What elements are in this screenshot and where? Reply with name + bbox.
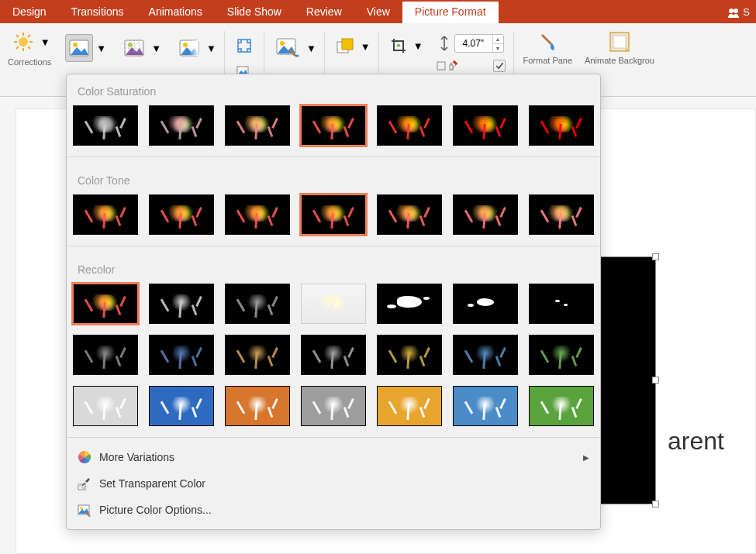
color-thumb[interactable]: [301, 194, 366, 235]
color-thumb[interactable]: [301, 105, 366, 146]
crop-button[interactable]: [387, 34, 410, 57]
chevron-down-icon[interactable]: ▼: [151, 43, 161, 54]
color-thumb[interactable]: [149, 284, 214, 324]
color-thumb[interactable]: [529, 386, 594, 426]
tab-view[interactable]: View: [354, 0, 402, 23]
eyedropper-transparent-icon: [78, 477, 91, 490]
color-thumb[interactable]: [225, 284, 290, 324]
share-icon: [727, 6, 740, 19]
arrange-button[interactable]: [333, 34, 357, 59]
tab-design[interactable]: Design: [0, 0, 59, 23]
separator: [67, 157, 600, 157]
chevron-down-icon[interactable]: ▼: [306, 43, 316, 54]
color-thumb[interactable]: [453, 105, 518, 146]
color-thumb[interactable]: [225, 194, 290, 235]
tab-transitions[interactable]: Transitions: [59, 0, 136, 23]
corrections-label: Corrections: [8, 57, 51, 67]
color-thumb[interactable]: [377, 284, 442, 324]
svg-rect-39: [78, 484, 81, 487]
thumb-row-recolor-1: [67, 335, 600, 380]
color-thumb[interactable]: [301, 386, 366, 426]
animate-bg-icon: [607, 29, 632, 54]
color-thumb[interactable]: [453, 284, 518, 324]
color-thumb[interactable]: [149, 105, 214, 146]
menu-more-variations[interactable]: More Variations ▶: [67, 444, 600, 470]
color-thumb[interactable]: [377, 194, 442, 235]
thumb-row-saturation: [67, 105, 600, 150]
height-value: 4.07": [455, 38, 492, 49]
color-thumb[interactable]: [225, 335, 290, 375]
color-thumb[interactable]: [301, 335, 366, 375]
set-transparent-label: Set Transparent Color: [99, 477, 205, 490]
svg-rect-31: [342, 39, 353, 50]
svg-rect-35: [613, 36, 626, 48]
thumb-row-recolor-0: [67, 284, 600, 329]
color-thumb[interactable]: [73, 386, 138, 426]
animate-background-button[interactable]: Animate Backgrou: [578, 26, 661, 69]
menu-picture-color-options[interactable]: Picture Color Options...: [67, 497, 600, 523]
tab-slide-show[interactable]: Slide Show: [215, 0, 294, 23]
section-color-tone: Color Tone: [67, 163, 600, 194]
compress-pictures-button[interactable]: [233, 34, 256, 57]
compress-icon: [236, 37, 253, 54]
color-thumb[interactable]: [529, 194, 594, 235]
artistic-effects-button[interactable]: [120, 34, 148, 62]
color-thumb[interactable]: [453, 386, 518, 426]
chevron-down-icon[interactable]: ▼: [206, 43, 216, 54]
height-stepper[interactable]: ▲▼: [492, 35, 503, 52]
color-thumb[interactable]: [149, 194, 214, 235]
color-thumb[interactable]: [529, 335, 594, 375]
share-button[interactable]: S: [721, 0, 756, 23]
chevron-down-icon[interactable]: ▼: [413, 40, 423, 52]
aspect-lock-icon: [436, 59, 459, 73]
color-thumb[interactable]: [225, 386, 290, 426]
picture-icon: [69, 40, 89, 57]
transparency-button[interactable]: [175, 34, 203, 62]
color-thumb[interactable]: [73, 105, 138, 146]
svg-rect-23: [180, 40, 198, 56]
color-button[interactable]: [65, 34, 93, 62]
resize-handle-mr[interactable]: [652, 377, 659, 384]
color-thumb[interactable]: [149, 335, 214, 375]
color-thumb[interactable]: [225, 105, 290, 146]
menu-set-transparent-color[interactable]: Set Transparent Color: [67, 470, 600, 497]
colorwheel-icon: [78, 450, 91, 464]
color-thumb[interactable]: [377, 105, 442, 146]
color-thumb[interactable]: [301, 284, 366, 324]
sun-icon: [13, 32, 33, 52]
svg-rect-40: [81, 487, 85, 489]
format-pane-icon: [535, 29, 560, 54]
picture-fade-icon: [179, 40, 199, 57]
color-thumb[interactable]: [529, 284, 594, 324]
svg-point-14: [128, 43, 133, 47]
checkmark-icon[interactable]: [493, 60, 506, 72]
color-thumb[interactable]: [529, 105, 594, 146]
picture-color-options-label: Picture Color Options...: [99, 504, 212, 516]
svg-line-10: [16, 46, 19, 49]
chevron-down-icon[interactable]: ▼: [40, 36, 50, 48]
color-thumb[interactable]: [73, 284, 138, 324]
height-input[interactable]: 4.07" ▲▼: [454, 34, 504, 53]
slide-text-fragment: arent: [668, 427, 724, 456]
chevron-down-icon[interactable]: ▼: [96, 43, 106, 54]
resize-handle-br[interactable]: [652, 501, 659, 508]
format-pane-button[interactable]: Format Pane: [517, 26, 579, 69]
color-thumb[interactable]: [453, 335, 518, 375]
svg-point-1: [734, 9, 738, 13]
tab-picture-format[interactable]: Picture Format: [402, 0, 499, 23]
corrections-button[interactable]: [9, 28, 37, 56]
svg-line-8: [28, 46, 30, 49]
thumb-row-tone: [67, 194, 600, 239]
color-thumb[interactable]: [73, 335, 138, 375]
resize-handle-tr[interactable]: [652, 253, 659, 260]
color-thumb[interactable]: [453, 194, 518, 235]
color-thumb[interactable]: [377, 335, 442, 375]
color-thumb[interactable]: [73, 194, 138, 235]
tab-review[interactable]: Review: [294, 0, 354, 23]
color-thumb[interactable]: [149, 386, 214, 426]
tab-animations[interactable]: Animations: [136, 0, 215, 23]
chevron-down-icon[interactable]: ▼: [361, 41, 371, 53]
picture-styles-button[interactable]: [272, 34, 303, 62]
picture-grid-icon: [124, 40, 144, 57]
color-thumb[interactable]: [377, 386, 442, 426]
